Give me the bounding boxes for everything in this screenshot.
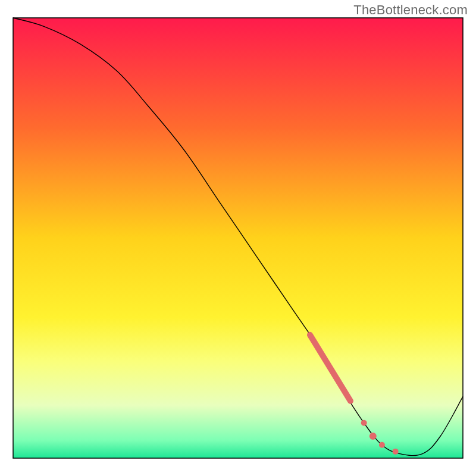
highlight-marker — [369, 433, 377, 440]
watermark-text: TheBottleneck.com — [353, 2, 468, 18]
plot-background — [13, 18, 463, 458]
bottleneck-chart — [0, 0, 476, 476]
highlight-marker — [379, 442, 385, 448]
highlight-marker — [361, 420, 367, 426]
highlight-marker — [393, 449, 399, 455]
